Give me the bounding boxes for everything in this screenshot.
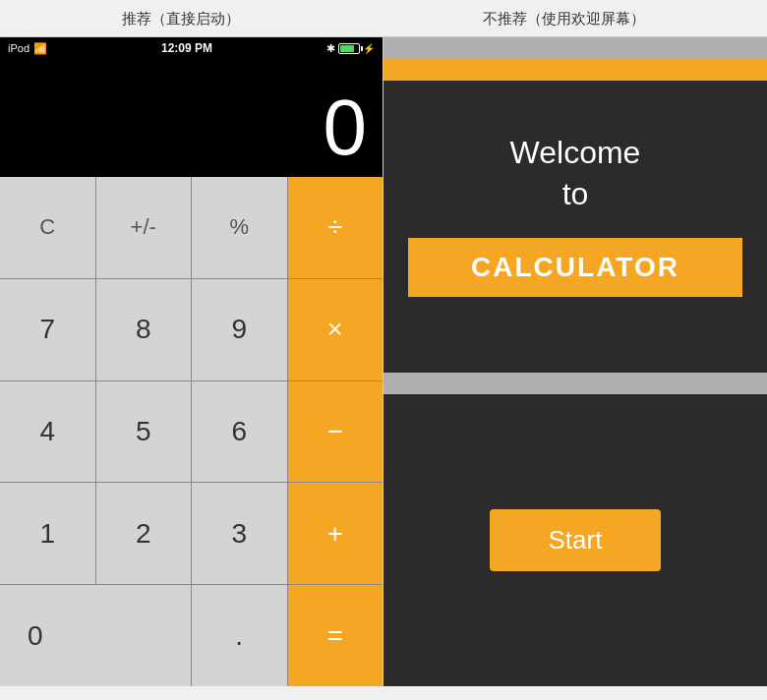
btn-2[interactable]: 2 bbox=[96, 483, 192, 584]
welcome-text: Welcome to bbox=[510, 133, 641, 214]
calculator-panel: iPod 📶 12:09 PM ✱ ⚡ 0 C +/- % ÷ bbox=[0, 37, 384, 686]
btn-7[interactable]: 7 bbox=[0, 279, 95, 380]
right-label: 不推荐（使用欢迎屏幕） bbox=[483, 10, 645, 29]
calc-display: 0 bbox=[0, 59, 383, 177]
btn-percent[interactable]: % bbox=[192, 177, 287, 278]
btn-divide[interactable]: ÷ bbox=[288, 177, 384, 278]
welcome-line1: Welcome bbox=[510, 135, 641, 170]
battery-icon bbox=[338, 43, 360, 54]
calculator-badge-text: CALCULATOR bbox=[471, 252, 679, 283]
bluetooth-icon: ✱ bbox=[326, 42, 335, 55]
top-stripe-light bbox=[384, 37, 767, 59]
welcome-panel: Welcome to CALCULATOR Start bbox=[384, 37, 767, 686]
btn-multiply[interactable]: × bbox=[288, 279, 384, 380]
start-button[interactable]: Start bbox=[490, 509, 662, 571]
btn-4[interactable]: 4 bbox=[0, 381, 95, 483]
btn-6[interactable]: 6 bbox=[192, 381, 287, 483]
bottom-section: Start bbox=[384, 394, 767, 686]
btn-3[interactable]: 3 bbox=[192, 483, 287, 584]
status-left: iPod 📶 bbox=[8, 42, 47, 55]
btn-subtract[interactable]: − bbox=[288, 381, 384, 483]
calc-number: 0 bbox=[324, 88, 368, 167]
battery-fill bbox=[340, 45, 354, 52]
btn-5[interactable]: 5 bbox=[96, 381, 192, 483]
btn-equals[interactable]: = bbox=[288, 585, 384, 686]
btn-add[interactable]: + bbox=[288, 483, 384, 584]
welcome-line2: to bbox=[562, 176, 589, 211]
charging-icon: ⚡ bbox=[363, 43, 375, 54]
top-stripe-orange bbox=[384, 59, 767, 81]
btn-1[interactable]: 1 bbox=[0, 483, 95, 584]
wifi-icon: 📶 bbox=[33, 42, 47, 55]
btn-plusminus[interactable]: +/- bbox=[96, 177, 192, 278]
btn-clear[interactable]: C bbox=[0, 177, 95, 278]
battery-tip bbox=[361, 46, 363, 51]
calculator-badge: CALCULATOR bbox=[408, 238, 742, 297]
welcome-section: Welcome to CALCULATOR bbox=[384, 81, 767, 373]
middle-stripe-light bbox=[384, 373, 767, 394]
status-bar: iPod 📶 12:09 PM ✱ ⚡ bbox=[0, 37, 383, 59]
status-time: 12:09 PM bbox=[161, 41, 212, 55]
btn-8[interactable]: 8 bbox=[96, 279, 192, 380]
btn-dot[interactable]: . bbox=[192, 585, 287, 686]
status-right: ✱ ⚡ bbox=[326, 42, 375, 55]
device-name: iPod bbox=[8, 42, 30, 54]
btn-9[interactable]: 9 bbox=[192, 279, 287, 380]
calc-grid: C +/- % ÷ 7 8 9 × 4 5 6 − 1 2 3 + 0 . = bbox=[0, 177, 383, 686]
btn-0[interactable]: 0 bbox=[0, 585, 191, 686]
left-label: 推荐（直接启动） bbox=[122, 10, 240, 29]
